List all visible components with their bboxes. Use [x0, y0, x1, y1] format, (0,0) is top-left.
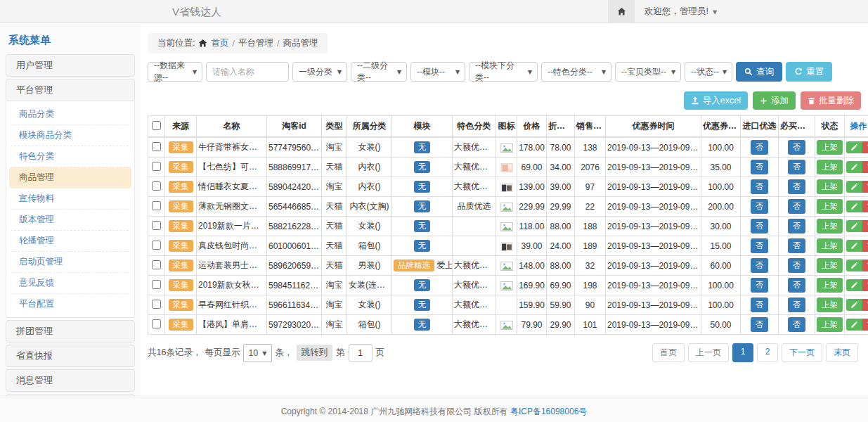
import-select-toggle[interactable]: 否 [751, 179, 769, 194]
sidebar-item[interactable]: 平台配置 [9, 294, 131, 314]
delete-button[interactable] [862, 319, 868, 331]
sidebar-section-header[interactable]: 用户管理 [6, 54, 135, 77]
must-buy-toggle[interactable]: 否 [788, 219, 806, 234]
page-button[interactable]: 上一页 [688, 343, 729, 362]
page-button[interactable]: 末页 [826, 343, 858, 362]
sidebar-item[interactable]: 模块商品分类 [9, 125, 131, 146]
select-all-checkbox[interactable] [152, 121, 161, 130]
must-buy-toggle[interactable]: 否 [788, 179, 806, 194]
import-select-toggle[interactable]: 否 [751, 219, 769, 234]
delete-button[interactable] [862, 260, 868, 271]
import-select-toggle[interactable]: 否 [751, 278, 769, 293]
row-checkbox[interactable] [152, 241, 161, 250]
must-buy-toggle[interactable]: 否 [788, 278, 806, 293]
status-button[interactable]: 上架 [817, 298, 843, 312]
sidebar-item[interactable]: 意见反馈 [9, 273, 131, 294]
add-button[interactable]: 添加 [753, 91, 796, 110]
sidebar-section-header[interactable]: 省直快报 [6, 345, 135, 367]
edit-button[interactable] [846, 200, 862, 212]
status-button[interactable]: 上架 [817, 258, 843, 273]
edit-button[interactable] [846, 299, 862, 311]
row-checkbox[interactable] [152, 181, 161, 191]
search-button[interactable]: 查询 [736, 62, 782, 82]
item-type-select[interactable]: --宝贝类型--▾ [615, 62, 681, 82]
page-button[interactable]: 首页 [652, 343, 685, 362]
row-checkbox[interactable] [152, 162, 161, 171]
data-source-select[interactable]: --数据来源--▾ [148, 62, 202, 82]
status-button[interactable]: 上架 [817, 238, 843, 253]
must-buy-toggle[interactable]: 否 [788, 317, 806, 332]
status-button[interactable]: 上架 [817, 179, 843, 194]
level1-category-select[interactable]: 一级分类▾ [292, 62, 347, 82]
import-excel-button[interactable]: 导入excel [684, 91, 748, 110]
user-menu[interactable]: 欢迎您，管理员! ▾ [635, 0, 727, 23]
status-select[interactable]: --状态--▾ [685, 62, 732, 82]
row-checkbox[interactable] [152, 142, 161, 151]
edit-button[interactable] [846, 220, 862, 232]
sidebar-section-header[interactable]: 平台管理 [6, 79, 135, 101]
delete-button[interactable] [862, 200, 868, 212]
delete-button[interactable] [862, 220, 868, 232]
sidebar-item[interactable]: 宣传物料 [9, 188, 131, 210]
delete-button[interactable] [862, 279, 868, 291]
import-select-toggle[interactable]: 否 [751, 317, 769, 332]
sidebar-item[interactable]: 轮播管理 [9, 231, 131, 252]
icp-link[interactable]: 粤ICP备16098006号 [510, 407, 587, 416]
import-select-toggle[interactable]: 否 [751, 258, 769, 273]
must-buy-toggle[interactable]: 否 [788, 199, 806, 214]
row-checkbox[interactable] [152, 280, 161, 289]
delete-button[interactable] [862, 141, 868, 153]
must-buy-toggle[interactable]: 否 [788, 140, 806, 155]
module-subcategory-select[interactable]: --模块下分类--▾ [469, 62, 538, 82]
edit-button[interactable] [846, 161, 862, 173]
sidebar-item[interactable]: 特色分类 [9, 146, 131, 167]
sidebar-item[interactable]: 商品管理 [9, 167, 131, 188]
sidebar-section-header[interactable]: 拼团管理 [6, 320, 135, 343]
edit-button[interactable] [846, 141, 862, 153]
import-select-toggle[interactable]: 否 [751, 238, 769, 253]
page-number-input[interactable] [349, 344, 373, 362]
sidebar-item[interactable]: 版本管理 [9, 210, 131, 231]
edit-button[interactable] [846, 279, 862, 291]
home-button[interactable] [608, 0, 635, 23]
sidebar-item[interactable]: 商品分类 [9, 104, 131, 125]
must-buy-toggle[interactable]: 否 [788, 258, 806, 273]
delete-button[interactable] [862, 299, 868, 311]
breadcrumb-home-link[interactable]: 首页 [211, 37, 228, 49]
status-button[interactable]: 上架 [817, 160, 843, 174]
per-page-select[interactable]: 10 ▾ [243, 344, 271, 362]
status-button[interactable]: 上架 [817, 317, 843, 332]
edit-button[interactable] [846, 260, 862, 271]
edit-button[interactable] [846, 181, 862, 193]
must-buy-toggle[interactable]: 否 [788, 160, 806, 174]
page-button[interactable]: 1 [732, 343, 753, 362]
page-button[interactable]: 2 [757, 343, 778, 362]
must-buy-toggle[interactable]: 否 [788, 238, 806, 253]
name-search-input[interactable] [206, 62, 289, 82]
sidebar-section-header[interactable]: 消息管理 [6, 369, 135, 392]
row-checkbox[interactable] [152, 201, 161, 210]
must-buy-toggle[interactable]: 否 [788, 298, 806, 312]
status-button[interactable]: 上架 [817, 278, 843, 293]
delete-button[interactable] [862, 240, 868, 252]
import-select-toggle[interactable]: 否 [751, 298, 769, 312]
delete-button[interactable] [862, 181, 868, 193]
edit-button[interactable] [846, 240, 862, 252]
reset-button[interactable]: 重置 [786, 62, 832, 82]
row-checkbox[interactable] [152, 221, 161, 230]
row-checkbox[interactable] [152, 260, 161, 269]
sidebar-item[interactable]: 启动页管理 [9, 252, 131, 273]
module-select[interactable]: --模块--▾ [410, 62, 465, 82]
import-select-toggle[interactable]: 否 [751, 160, 769, 174]
status-button[interactable]: 上架 [817, 140, 843, 155]
delete-button[interactable] [862, 161, 868, 173]
bulk-delete-button[interactable]: 批量删除 [801, 91, 861, 110]
status-button[interactable]: 上架 [817, 199, 843, 214]
status-button[interactable]: 上架 [817, 219, 843, 234]
row-checkbox[interactable] [152, 300, 161, 309]
import-select-toggle[interactable]: 否 [751, 199, 769, 214]
level2-category-select[interactable]: --二级分类--▾ [351, 62, 407, 82]
import-select-toggle[interactable]: 否 [751, 140, 769, 155]
row-checkbox[interactable] [152, 319, 161, 328]
edit-button[interactable] [846, 319, 862, 331]
